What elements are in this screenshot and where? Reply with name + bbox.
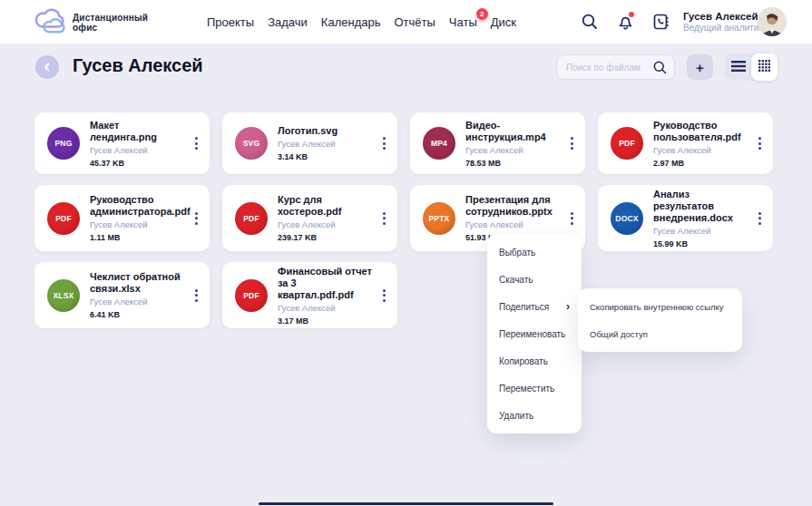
- file-actions-kebab-icon[interactable]: [379, 209, 389, 229]
- user-role: Ведущий аналитик: [683, 23, 763, 34]
- menu-item-label: Общий доступ: [590, 329, 648, 339]
- file-owner: Гусев Алексей: [465, 145, 560, 155]
- menu-item-label: Копировать: [499, 356, 548, 366]
- grid-view-button[interactable]: [751, 54, 778, 81]
- menu-item-label: Выбрать: [499, 248, 535, 258]
- file-card[interactable]: PDF Курс для хостеров.pdf Гусев Алексей …: [222, 185, 397, 251]
- file-actions-kebab-icon[interactable]: [567, 209, 577, 229]
- file-info: Логотип.svg Гусев Алексей 3.14 KB: [278, 125, 350, 161]
- file-name: Финансовый отчет за 3 квартал.pdf.pdf: [278, 266, 372, 301]
- file-card[interactable]: XLSX Чеклист обратной связи.xlsx Гусев А…: [34, 262, 210, 328]
- file-info: Руководство администратора.pdf Гусев Але…: [90, 194, 203, 242]
- context-menu-item[interactable]: Удалить: [487, 402, 582, 429]
- file-type-icon: DOCX: [611, 202, 643, 235]
- file-card[interactable]: MP4 Видео-инструкция.mp4 Гусев Алексей 7…: [410, 112, 585, 174]
- file-card[interactable]: DOCX Анализ результатов внедрения.docx Г…: [598, 185, 773, 251]
- list-view-icon: [731, 59, 746, 75]
- nav-item-1[interactable]: Задачи: [268, 15, 308, 29]
- nav-item-3[interactable]: Отчёты: [394, 15, 435, 29]
- user-avatar[interactable]: [758, 7, 787, 36]
- file-name: Руководство администратора.pdf: [90, 194, 191, 218]
- file-type-icon: PDF: [47, 202, 80, 235]
- file-owner: Гусев Алексей: [278, 303, 372, 313]
- file-size: 1.11 MB: [90, 233, 191, 242]
- file-owner: Гусев Алексей: [90, 297, 184, 307]
- nav-item-2[interactable]: Календарь: [321, 15, 381, 29]
- file-owner: Гусев Алексей: [653, 226, 748, 236]
- nav-item-5[interactable]: Диск: [491, 15, 516, 29]
- file-info: Анализ результатов внедрения.docx Гусев …: [653, 189, 760, 248]
- file-actions-kebab-icon[interactable]: [191, 286, 201, 306]
- grid-view-icon: [758, 59, 770, 75]
- file-size: 78.53 MB: [465, 159, 560, 168]
- file-card[interactable]: PDF Руководство администратора.pdf Гусев…: [34, 185, 210, 251]
- file-actions-kebab-icon[interactable]: [191, 133, 201, 153]
- app-logo[interactable]: Дистанционныйофис: [33, 6, 148, 39]
- menu-item-label: Удалить: [499, 411, 533, 421]
- menu-item-label: Поделиться: [499, 302, 549, 312]
- context-menu: Выбрать Скачать Поделиться › Переименова…: [487, 234, 582, 433]
- context-submenu-item[interactable]: Скопировать внутреннюю ссылку: [578, 293, 742, 320]
- file-size: 3.17 MB: [278, 316, 372, 326]
- menu-item-label: Скопировать внутреннюю ссылку: [590, 302, 724, 312]
- context-menu-item[interactable]: Скачать: [487, 266, 582, 293]
- file-name: Презентация для сотрудников.pptx: [465, 194, 560, 218]
- context-menu-item[interactable]: Копировать: [487, 347, 582, 375]
- file-owner: Гусев Алексей: [465, 219, 560, 229]
- file-name: Курс для хостеров.pdf: [278, 194, 372, 218]
- bell-icon[interactable]: [614, 11, 636, 33]
- file-actions-kebab-icon[interactable]: [755, 209, 765, 229]
- nav-item-4[interactable]: Чаты 2: [449, 15, 477, 29]
- context-menu-item[interactable]: Переместить: [487, 375, 582, 402]
- file-card[interactable]: PDF Финансовый отчет за 3 квартал.pdf.pd…: [222, 262, 397, 328]
- nav-item-label: Задачи: [268, 15, 308, 29]
- file-name: Чеклист обратной связи.xlsx: [90, 271, 184, 295]
- file-search-field: [556, 54, 675, 80]
- file-type-icon: PDF: [611, 127, 643, 160]
- file-name: Логотип.svg: [278, 125, 338, 137]
- file-card[interactable]: PDF Руководство пользователя.pdf Гусев А…: [598, 112, 773, 174]
- field-search-icon: [652, 60, 668, 79]
- context-submenu-item[interactable]: Общий доступ: [578, 320, 742, 347]
- file-name: Видео-инструкция.mp4: [465, 120, 560, 143]
- context-menu-item[interactable]: Переименовать: [487, 320, 582, 347]
- menu-item-label: Переименовать: [499, 329, 565, 339]
- contacts-icon[interactable]: [650, 11, 671, 33]
- file-info: Курс для хостеров.pdf Гусев Алексей 239.…: [278, 194, 385, 242]
- chats-badge: 2: [476, 8, 488, 20]
- nav-item-0[interactable]: Проекты: [207, 15, 254, 29]
- list-view-button[interactable]: [725, 54, 751, 81]
- nav-menu: Проекты Задачи Календарь Отчёты Чаты 2 Д…: [207, 0, 516, 44]
- file-name: Руководство пользователя.pdf: [653, 120, 748, 143]
- menu-item-label: Скачать: [499, 275, 533, 285]
- page: Дистанционныйофис Проекты Задачи Календа…: [0, 0, 812, 506]
- file-name: Анализ результатов внедрения.docx: [653, 189, 748, 224]
- file-actions-kebab-icon[interactable]: [755, 133, 765, 153]
- view-toggle: [725, 54, 778, 81]
- file-actions-kebab-icon[interactable]: [191, 209, 201, 229]
- add-file-button[interactable]: +: [687, 54, 713, 80]
- file-card[interactable]: SVG Логотип.svg Гусев Алексей 3.14 KB: [222, 112, 397, 174]
- nav-item-label: Календарь: [321, 15, 381, 29]
- context-menu-item[interactable]: Выбрать: [487, 238, 582, 266]
- file-card[interactable]: PNG Макет лендинга.png Гусев Алексей 45.…: [34, 112, 210, 174]
- app-logo-text: Дистанционныйофис: [73, 13, 148, 33]
- file-actions-kebab-icon[interactable]: [379, 133, 389, 153]
- file-type-icon: PNG: [47, 127, 80, 160]
- nav-item-label: Диск: [491, 15, 516, 29]
- file-actions-kebab-icon[interactable]: [567, 133, 577, 153]
- file-info: Финансовый отчет за 3 квартал.pdf.pdf Гу…: [278, 266, 385, 326]
- file-actions-kebab-icon[interactable]: [379, 286, 389, 306]
- search-icon[interactable]: [579, 11, 601, 33]
- back-button[interactable]: [35, 55, 59, 79]
- file-owner: Гусев Алексей: [278, 139, 338, 149]
- context-menu-item[interactable]: Поделиться ›: [487, 293, 582, 320]
- file-size: 239.17 KB: [278, 233, 372, 242]
- user-menu[interactable]: Гусев Алексей Ведущий аналитик: [683, 0, 763, 44]
- file-size: 3.14 KB: [278, 152, 338, 161]
- file-type-icon: SVG: [235, 127, 268, 160]
- file-info: Руководство пользователя.pdf Гусев Алекс…: [653, 120, 760, 168]
- file-owner: Гусев Алексей: [90, 145, 184, 155]
- file-info: Макет лендинга.png Гусев Алексей 45.37 K…: [90, 120, 197, 168]
- file-type-icon: PDF: [235, 202, 268, 235]
